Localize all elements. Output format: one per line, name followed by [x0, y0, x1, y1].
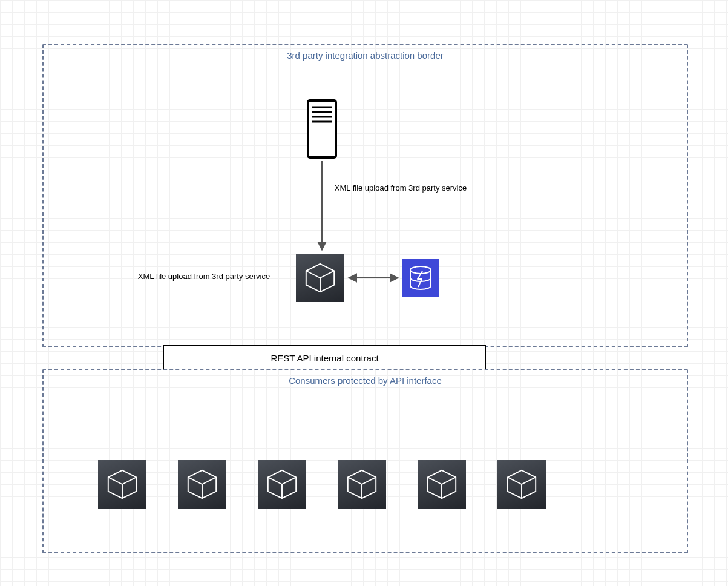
integration-border-title: 3rd party integration abstraction border [44, 50, 687, 61]
consumer-cube-3[interactable] [258, 460, 306, 509]
consumer-cube-6[interactable] [497, 460, 546, 509]
svg-point-7 [410, 266, 431, 274]
consumers-border-title: Consumers protected by API interface [44, 375, 687, 386]
integration-border-box[interactable]: 3rd party integration abstraction border [42, 44, 688, 347]
consumer-cube-5[interactable] [418, 460, 466, 509]
arrow-down-label: XML file upload from 3rd party service [331, 183, 470, 194]
rest-api-contract-label: REST API internal contract [271, 353, 378, 363]
server-icon[interactable] [306, 99, 338, 159]
consumer-cube-2[interactable] [178, 460, 226, 509]
rest-api-contract-box[interactable]: REST API internal contract [163, 345, 486, 370]
integration-cube[interactable] [296, 254, 344, 302]
svg-rect-0 [308, 100, 336, 157]
consumer-cube-1[interactable] [98, 460, 146, 509]
consumer-cube-4[interactable] [338, 460, 386, 509]
database-bolt-icon[interactable] [402, 259, 439, 297]
left-of-cube-label: XML file upload from 3rd party service [134, 271, 274, 282]
